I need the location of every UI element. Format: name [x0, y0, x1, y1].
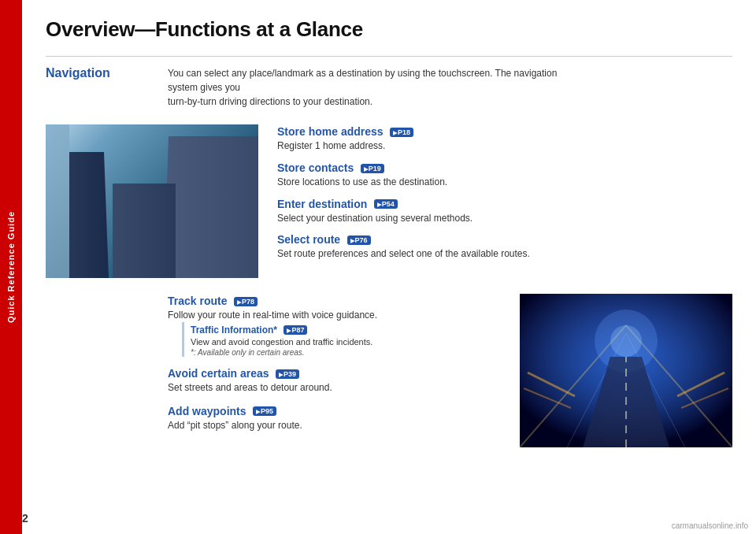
- feature-avoid-areas-badge: P39: [276, 369, 299, 379]
- feature-track-route-desc: Follow your route in real-time with voic…: [168, 309, 501, 322]
- feature-store-contacts-badge: P19: [361, 164, 384, 173]
- svg-point-7: [610, 325, 642, 357]
- feature-avoid-areas-title: Avoid certain areas: [168, 367, 269, 380]
- feature-add-waypoints-badge: P95: [253, 406, 276, 416]
- sub-feature-traffic-desc: View and avoid congestion and traffic in…: [191, 337, 501, 347]
- feature-avoid-areas: Avoid certain areas P39 Set streets and …: [168, 366, 501, 395]
- feature-select-route-title: Select route: [277, 233, 340, 246]
- road-image: [520, 294, 732, 447]
- sub-feature-traffic: Traffic Information* P87 View and avoid …: [182, 322, 501, 357]
- feature-store-home-title: Store home address: [277, 125, 384, 138]
- sidebar-label: Quick Reference Guide: [6, 211, 16, 323]
- feature-track-route-title: Track route: [168, 295, 227, 307]
- feature-store-home-badge: P18: [390, 128, 413, 137]
- sidebar: Quick Reference Guide: [0, 0, 22, 534]
- watermark: carmanualsonline.info: [672, 521, 748, 530]
- feature-store-contacts: Store contacts P19 Store locations to us…: [277, 161, 732, 189]
- feature-store-home: Store home address P18 Register 1 home a…: [277, 124, 732, 153]
- feature-add-waypoints-title: Add waypoints: [168, 405, 246, 417]
- lower-features-list: Track route P78 Follow your route in rea…: [168, 294, 501, 447]
- feature-add-waypoints-desc: Add “pit stops” along your route.: [168, 419, 501, 432]
- building-overlay: [164, 136, 258, 278]
- feature-enter-destination: Enter destination P54 Select your destin…: [277, 197, 732, 225]
- feature-enter-destination-badge: P54: [374, 199, 398, 209]
- navigation-description: You can select any place/landmark as a d…: [168, 66, 561, 109]
- building-overlay2: [46, 124, 69, 278]
- building-image: [46, 124, 258, 278]
- feature-select-route-desc: Set route preferences and select one of …: [277, 247, 732, 261]
- feature-store-contacts-desc: Store locations to use as the destinatio…: [277, 176, 732, 189]
- feature-add-waypoints: Add waypoints P95 Add “pit stops” along …: [168, 404, 501, 432]
- page-title: Overview—Functions at a Glance: [46, 17, 732, 42]
- nav-section: Navigation You can select any place/land…: [46, 66, 732, 109]
- feature-enter-destination-title: Enter destination: [277, 198, 367, 210]
- feature-store-contacts-title: Store contacts: [277, 161, 354, 174]
- upper-area: Store home address P18 Register 1 home a…: [46, 124, 732, 278]
- upper-features-list: Store home address P18 Register 1 home a…: [277, 124, 732, 278]
- title-divider: [46, 56, 732, 57]
- feature-enter-destination-desc: Select your destination using several me…: [277, 212, 732, 225]
- feature-select-route: Select route P76 Set route preferences a…: [277, 232, 732, 261]
- sub-feature-traffic-note: *: Available only in certain areas.: [191, 348, 501, 357]
- feature-track-route: Track route P78 Follow your route in rea…: [168, 294, 501, 357]
- feature-track-route-badge: P78: [234, 297, 258, 306]
- feature-select-route-badge: P76: [347, 235, 371, 245]
- lower-area: Track route P78 Follow your route in rea…: [168, 294, 732, 447]
- navigation-label: Navigation: [46, 66, 168, 80]
- feature-store-home-desc: Register 1 home address.: [277, 139, 732, 153]
- main-content: Overview—Functions at a Glance Navigatio…: [22, 0, 756, 534]
- feature-avoid-areas-desc: Set streets and areas to detour around.: [168, 381, 501, 395]
- sub-feature-traffic-badge: P87: [284, 325, 307, 335]
- page-number: 2: [22, 512, 28, 525]
- sub-feature-traffic-title: Traffic Information*: [191, 324, 277, 336]
